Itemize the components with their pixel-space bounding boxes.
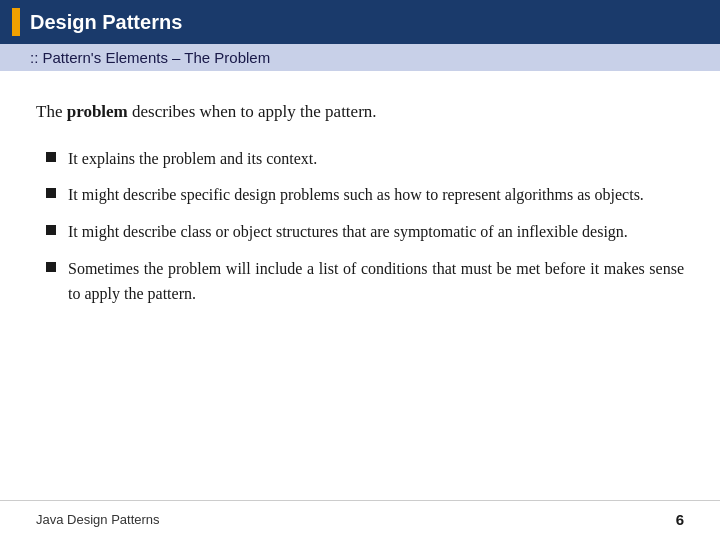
bullet-icon-1 bbox=[46, 152, 56, 162]
slide-title: Design Patterns bbox=[30, 11, 182, 34]
title-bar: Design Patterns bbox=[0, 0, 720, 44]
slide: Design Patterns :: Pattern's Elements – … bbox=[0, 0, 720, 540]
footer-label: Java Design Patterns bbox=[36, 512, 160, 527]
intro-prefix: The bbox=[36, 102, 67, 121]
slide-footer: Java Design Patterns 6 bbox=[0, 500, 720, 540]
bullet-text-2: It might describe specific design proble… bbox=[68, 183, 684, 208]
bullet-icon-2 bbox=[46, 188, 56, 198]
title-accent-bar bbox=[12, 8, 20, 36]
slide-subtitle: :: Pattern's Elements – The Problem bbox=[30, 49, 270, 66]
bullet-text-3: It might describe class or object struct… bbox=[68, 220, 684, 245]
list-item: It might describe specific design proble… bbox=[46, 183, 684, 208]
bullet-text-4: Sometimes the problem will include a lis… bbox=[68, 257, 684, 307]
slide-header: Design Patterns :: Pattern's Elements – … bbox=[0, 0, 720, 71]
intro-paragraph: The problem describes when to apply the … bbox=[36, 99, 684, 125]
list-item: It explains the problem and its context. bbox=[46, 147, 684, 172]
list-item: Sometimes the problem will include a lis… bbox=[46, 257, 684, 307]
bullet-text-1: It explains the problem and its context. bbox=[68, 147, 684, 172]
bullet-icon-4 bbox=[46, 262, 56, 272]
bullet-icon-3 bbox=[46, 225, 56, 235]
intro-bold: problem bbox=[67, 102, 128, 121]
intro-suffix: describes when to apply the pattern. bbox=[128, 102, 377, 121]
subtitle-bar: :: Pattern's Elements – The Problem bbox=[0, 44, 720, 71]
footer-page-number: 6 bbox=[676, 511, 684, 528]
bullet-list: It explains the problem and its context.… bbox=[46, 147, 684, 319]
list-item: It might describe class or object struct… bbox=[46, 220, 684, 245]
slide-content: The problem describes when to apply the … bbox=[0, 71, 720, 500]
